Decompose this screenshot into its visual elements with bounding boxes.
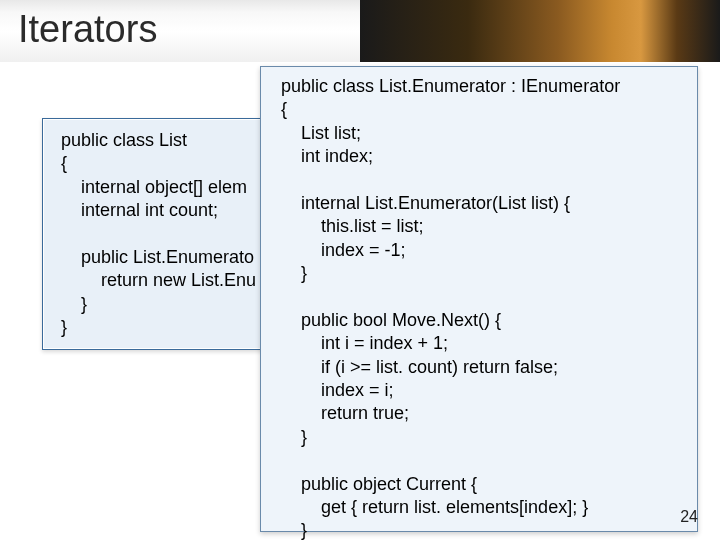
header-accent-image [360,0,720,62]
code-block-right: public class List.Enumerator : IEnumerat… [260,66,698,532]
page-number: 24 [680,508,698,526]
slide-title: Iterators [18,8,157,51]
slide: Iterators public class List { internal o… [0,0,720,540]
